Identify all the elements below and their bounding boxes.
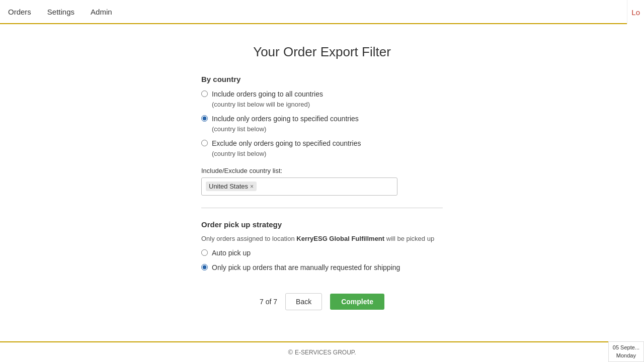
pickup-location-name: KerryESG Global Fulfillment [296,235,384,242]
pickup-strategy-section: Order pick up strategy Only orders assig… [201,220,443,273]
pickup-desc-prefix: Only orders assigned to location [201,235,296,242]
radio-manual-pickup[interactable]: Only pick up orders that are manually re… [201,263,443,273]
footer-copyright: E-SERVICES GROUP. [295,349,356,356]
pagination-indicator: 7 of 7 [260,298,277,306]
footer-icon: © [288,348,293,356]
radio-all-countries-input[interactable] [201,90,208,97]
by-country-heading: By country [201,75,443,83]
radio-all-countries-sub: (country list below will be ignored) [212,101,310,108]
nav-settings[interactable]: Settings [47,6,74,18]
page-title: Your Order Export Filter [253,44,391,60]
radio-exclude-specified-input[interactable] [201,140,208,146]
radio-auto-pickup-label: Auto pick up [212,248,251,258]
pickup-strategy-heading: Order pick up strategy [201,220,443,229]
pickup-strategy-description: Only orders assigned to location KerryES… [201,235,443,242]
country-list-label: Include/Exclude country list: [201,167,443,174]
radio-exclude-specified[interactable]: Exclude only orders going to specified c… [201,139,443,158]
radio-auto-pickup-input[interactable] [201,249,208,256]
radio-include-specified-sub: (country list below) [212,125,266,133]
radio-all-countries-label: Include orders going to all countries [212,90,323,98]
page-footer: © E-SERVICES GROUP. [0,341,644,362]
radio-manual-pickup-input[interactable] [201,264,208,270]
date-line2: Monday [613,352,639,359]
radio-exclude-specified-sub: (country list below) [212,150,266,157]
form-footer-nav: 7 of 7 Back Complete [201,293,443,320]
back-button[interactable]: Back [285,293,322,310]
pickup-radio-group: Auto pick up Only pick up orders that ar… [201,248,443,273]
radio-include-specified[interactable]: Include only orders going to specified c… [201,114,443,134]
date-widget: 05 Septe... Monday [608,341,644,362]
radio-include-specified-input[interactable] [201,115,208,122]
country-tag-us-label: United States [209,183,248,190]
country-radio-group: Include orders going to all countries (c… [201,89,443,159]
radio-auto-pickup[interactable]: Auto pick up [201,248,443,258]
nav-orders[interactable]: Orders [8,6,31,18]
by-country-section: By country Include orders going to all c… [201,75,443,196]
nav-right-area: Lo [627,0,644,24]
radio-exclude-specified-label: Exclude only orders going to specified c… [212,139,361,147]
country-tag-us: United States × [206,182,257,191]
country-tag-input[interactable]: United States × [201,177,397,196]
section-divider [201,208,443,208]
top-navigation: Orders Settings Admin Lo [0,0,644,24]
date-line1: 05 Septe... [613,344,639,351]
country-tag-us-remove[interactable]: × [250,184,254,190]
pickup-desc-suffix: will be picked up [384,235,434,242]
radio-manual-pickup-label: Only pick up orders that are manually re… [212,263,400,273]
complete-button[interactable]: Complete [330,294,384,310]
main-content: Your Order Export Filter By country Incl… [0,24,644,341]
nav-admin[interactable]: Admin [91,6,112,18]
form-section: By country Include orders going to all c… [201,75,443,320]
radio-all-countries[interactable]: Include orders going to all countries (c… [201,89,443,109]
radio-include-specified-label: Include only orders going to specified c… [212,115,359,123]
nav-right-label[interactable]: Lo [627,0,644,24]
